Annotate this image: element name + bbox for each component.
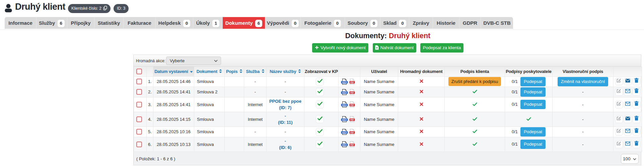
svg-text:PDF: PDF: [350, 81, 354, 83]
svg-text:DOCX: DOCX: [342, 104, 347, 106]
svg-text:DOCX: DOCX: [342, 144, 347, 146]
svg-text:DOCX: DOCX: [342, 81, 347, 83]
svg-text:PDF: PDF: [350, 131, 354, 133]
svg-text:DOCX: DOCX: [342, 119, 347, 121]
svg-text:PDF: PDF: [350, 104, 354, 106]
svg-text:PDF: PDF: [350, 144, 354, 146]
svg-text:PDF: PDF: [350, 119, 354, 121]
svg-text:DOCX: DOCX: [342, 91, 347, 93]
svg-text:PDF: PDF: [350, 91, 354, 93]
svg-text:DOCX: DOCX: [342, 131, 347, 133]
